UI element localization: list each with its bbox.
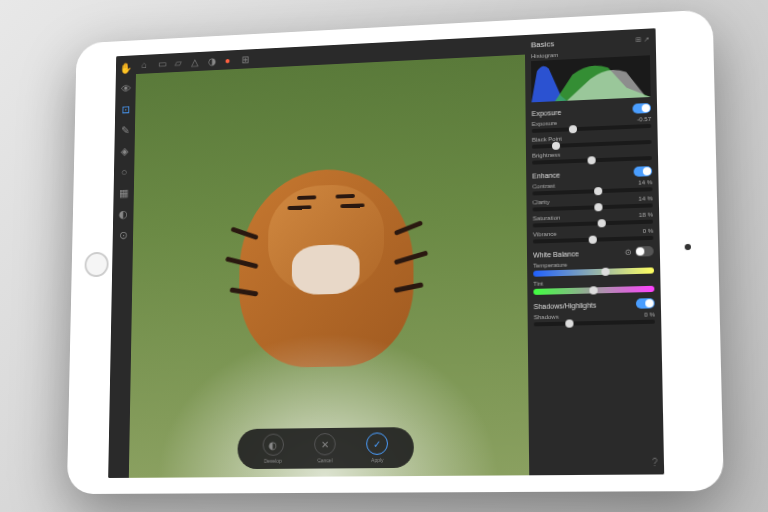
layers-icon[interactable]: ⊞ [241,53,252,65]
overlay-tool-icon[interactable]: ▦ [117,186,130,200]
tint-slider[interactable] [533,286,654,295]
gradient-tool-icon[interactable]: ◐ [117,207,130,221]
sh-title: Shadows/Highlights [534,301,597,310]
image-canvas[interactable]: ◐ Develop ✕ Cancel ✓ Apply [129,55,529,478]
persona-icon[interactable]: △ [191,56,202,68]
doc-icon[interactable]: ▱ [175,56,186,68]
help-icon[interactable]: ? [652,457,658,469]
cancel-button[interactable]: ✕ Cancel [314,433,336,464]
file-icon[interactable]: ▭ [158,57,169,69]
adjustments-panel: Basics ⊞ ↗ Histogram Exposure Exposure-0… [525,28,664,475]
exposure-toggle[interactable] [632,103,651,114]
apply-button[interactable]: ✓ Apply [366,432,388,463]
home-button[interactable] [84,252,108,278]
exposure-section: Exposure Exposure-0.57 Black Point Brigh… [532,103,652,165]
color-icon[interactable]: ● [225,54,236,66]
histogram[interactable] [531,55,651,102]
bottom-action-bar: ◐ Develop ✕ Cancel ✓ Apply [237,427,413,469]
shadows-slider[interactable] [534,320,655,327]
blemish-tool-icon[interactable]: ○ [118,165,131,179]
panel-menu-icon[interactable]: ⊞ ↗ [635,35,649,44]
eye-tool-icon[interactable]: 👁 [119,82,132,96]
app-screen: ✋ 👁 ⊡ ✎ ◈ ○ ▦ ◐ ⊙ ⌂ ▭ ▱ △ ◑ ● ⊞ [108,28,664,478]
shadows-highlights-section: Shadows/Highlights Shadows0 % [534,298,655,326]
adjust-icon[interactable]: ◑ [208,55,219,67]
exposure-title: Exposure [532,108,562,116]
white-balance-section: White Balance ⊙ Temperature Tint [533,246,654,295]
develop-button[interactable]: ◐ Develop [262,434,284,464]
brush-tool-icon[interactable]: ✎ [118,123,131,137]
wb-toggle[interactable] [635,246,654,257]
enhance-title: Enhance [532,171,560,179]
temperature-slider[interactable] [533,267,654,276]
crop-tool-icon[interactable]: ⊡ [119,102,132,116]
wb-title: White Balance [533,250,579,258]
blur-tool-icon[interactable]: ⊙ [116,228,129,242]
hand-tool-icon[interactable]: ✋ [120,61,133,75]
enhance-toggle[interactable] [634,166,653,177]
ipad-frame: ✋ 👁 ⊡ ✎ ◈ ○ ▦ ◐ ⊙ ⌂ ▭ ▱ △ ◑ ● ⊞ [67,9,724,494]
vibrance-slider[interactable] [533,236,654,244]
wb-picker-icon[interactable]: ⊙ [625,247,632,256]
panel-title: Basics [531,39,555,49]
enhance-section: Enhance Contrast14 % Clarity14 % Saturat… [532,166,653,243]
clone-tool-icon[interactable]: ◈ [118,144,131,158]
sh-toggle[interactable] [636,298,655,309]
home-icon[interactable]: ⌂ [142,58,153,70]
camera-dot [685,244,691,250]
